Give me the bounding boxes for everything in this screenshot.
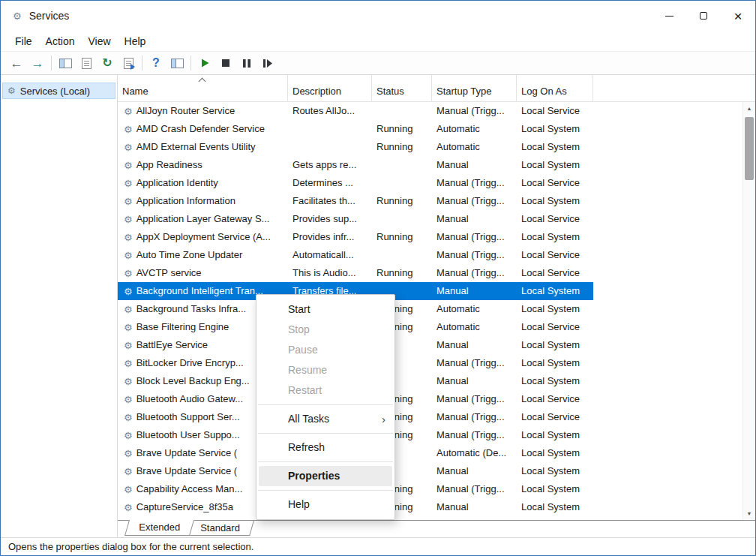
service-name: AMD Crash Defender Service: [136, 120, 265, 138]
column-header-description[interactable]: Description: [288, 75, 372, 101]
pause-service-button[interactable]: [237, 53, 256, 73]
table-row[interactable]: ⚙ Application Identity Determines ... Ma…: [118, 174, 755, 192]
service-log-on-as-cell: Local System: [517, 336, 593, 354]
maximize-button[interactable]: [686, 1, 721, 31]
service-status-cell: Running: [372, 120, 432, 138]
menu-item-start[interactable]: Start: [256, 299, 394, 320]
menu-item-help[interactable]: Help: [256, 494, 394, 515]
service-startup-type-cell: Manual (Trigg...: [432, 174, 517, 192]
service-gear-icon: ⚙: [124, 161, 133, 170]
service-gear-icon: ⚙: [124, 359, 133, 368]
table-row[interactable]: ⚙ CaptureService_8f35a Running Manual Lo…: [118, 498, 755, 516]
table-row[interactable]: ⚙ Base Filtering Engine Running Automati…: [118, 318, 755, 336]
table-row[interactable]: ⚙ BitLocker Drive Encryp... Manual (Trig…: [118, 354, 755, 372]
services-rows: ⚙ AllJoyn Router Service Routes AllJo...…: [118, 102, 755, 516]
column-header-startup-type[interactable]: Startup Type: [432, 75, 517, 101]
table-row[interactable]: ⚙ Application Layer Gateway S... Provide…: [118, 210, 755, 228]
table-row[interactable]: ⚙ Bluetooth User Suppo... Running Manual…: [118, 426, 755, 444]
service-log-on-as-cell: Local Service: [517, 210, 593, 228]
table-row[interactable]: ⚙ Capability Access Man... Running Manua…: [118, 480, 755, 498]
menu-file[interactable]: File: [8, 33, 39, 50]
service-startup-type-cell: Automatic (De...: [432, 444, 517, 462]
restart-service-button[interactable]: [258, 53, 278, 73]
service-status-cell: Running: [372, 228, 432, 246]
table-row[interactable]: ⚙ AMD Crash Defender Service Running Aut…: [118, 120, 755, 138]
table-row[interactable]: ⚙ AMD External Events Utility Running Au…: [118, 138, 755, 156]
service-startup-type-cell: Automatic: [432, 318, 517, 336]
show-action-pane-button[interactable]: [167, 53, 187, 73]
action-pane-icon: [171, 59, 184, 68]
table-row[interactable]: ⚙ AVCTP service This is Audio... Running…: [118, 264, 755, 282]
menu-separator: [258, 490, 393, 491]
menu-view[interactable]: View: [81, 33, 117, 50]
service-startup-type-cell: Automatic: [432, 138, 517, 156]
vertical-scrollbar[interactable]: ▲ ▼: [742, 102, 755, 520]
service-log-on-as-cell: Local Service: [517, 318, 593, 336]
properties-doc-icon: [82, 58, 92, 69]
service-description-cell: Determines ...: [288, 174, 372, 192]
menubar: File Action View Help: [1, 31, 755, 51]
table-row[interactable]: ⚙ Bluetooth Audio Gatew... Running Manua…: [118, 390, 755, 408]
scroll-down-button[interactable]: ▼: [743, 507, 755, 520]
scrollbar-thumb[interactable]: [745, 117, 754, 180]
services-node-icon: ⚙: [8, 86, 16, 95]
table-row[interactable]: ⚙ Brave Update Service ( Automatic (De..…: [118, 444, 755, 462]
menu-item-refresh[interactable]: Refresh: [256, 437, 394, 458]
minimize-button[interactable]: [652, 1, 686, 31]
menu-item-properties[interactable]: Properties: [259, 466, 392, 486]
tab-extended[interactable]: Extended: [124, 520, 194, 536]
service-log-on-as-cell: Local System: [517, 138, 593, 156]
service-startup-type-cell: Manual (Trigg...: [432, 246, 517, 264]
service-name-cell: ⚙ AMD Crash Defender Service: [118, 120, 288, 138]
scroll-up-button[interactable]: ▲: [743, 102, 755, 115]
service-name-cell: ⚙ AVCTP service: [118, 264, 288, 282]
service-name: Bluetooth Support Ser...: [136, 408, 240, 426]
table-row[interactable]: ⚙ Bluetooth Support Ser... Running Manua…: [118, 408, 755, 426]
toolbar-separator: [190, 56, 191, 71]
sidebar-item-label: Services (Local): [20, 86, 90, 97]
properties-toolbar-button[interactable]: [76, 53, 96, 73]
table-row[interactable]: ⚙ Background Intelligent Tran... Transfe…: [118, 282, 755, 300]
table-row[interactable]: ⚙ AppX Deployment Service (A... Provides…: [118, 228, 755, 246]
start-service-button[interactable]: [195, 53, 214, 73]
close-button[interactable]: ×: [721, 1, 755, 31]
service-startup-type-cell: Manual (Trigg...: [432, 390, 517, 408]
table-row[interactable]: ⚙ Application Information Facilitates th…: [118, 192, 755, 210]
services-app-icon: ⚙: [13, 11, 22, 21]
service-status-cell: [372, 156, 432, 174]
restart-icon: [263, 59, 272, 68]
refresh-toolbar-button[interactable]: ↻: [98, 53, 117, 73]
back-button[interactable]: ←: [7, 53, 26, 73]
table-row[interactable]: ⚙ AllJoyn Router Service Routes AllJo...…: [118, 102, 755, 120]
service-startup-type-cell: Manual (Trigg...: [432, 354, 517, 372]
service-name-cell: ⚙ Application Information: [118, 192, 288, 210]
table-row[interactable]: ⚙ Auto Time Zone Updater Automaticall...…: [118, 246, 755, 264]
show-console-tree-button[interactable]: [56, 53, 75, 73]
stop-service-button[interactable]: [216, 53, 236, 73]
column-header-status[interactable]: Status: [372, 75, 432, 101]
table-row[interactable]: ⚙ Background Tasks Infra... Running Auto…: [118, 300, 755, 318]
service-name-cell: ⚙ AppX Deployment Service (A...: [118, 228, 288, 246]
service-name: App Readiness: [136, 156, 202, 174]
service-gear-icon: ⚙: [124, 125, 133, 134]
services-listview: Name Description Status Startup Type Log…: [118, 75, 755, 520]
service-status-cell: [372, 246, 432, 264]
menu-help[interactable]: Help: [118, 33, 153, 50]
menu-action[interactable]: Action: [39, 33, 82, 50]
service-gear-icon: ⚙: [124, 485, 133, 494]
menu-item-all-tasks[interactable]: All Tasks ›: [256, 409, 394, 429]
service-description-cell: [288, 138, 372, 156]
table-row[interactable]: ⚙ Block Level Backup Eng... Manual Local…: [118, 372, 755, 390]
service-name: AVCTP service: [136, 264, 202, 282]
column-header-log-on-as[interactable]: Log On As: [517, 75, 593, 101]
export-list-button[interactable]: [118, 53, 138, 73]
help-toolbar-button[interactable]: ?: [146, 53, 166, 73]
table-row[interactable]: ⚙ BattlEye Service Manual Local System: [118, 336, 755, 354]
table-row[interactable]: ⚙ Brave Update Service ( Manual Local Sy…: [118, 462, 755, 480]
sidebar-item-services-local[interactable]: ⚙ Services (Local): [2, 83, 116, 99]
tab-standard[interactable]: Standard: [186, 521, 254, 536]
table-row[interactable]: ⚙ App Readiness Gets apps re... Manual L…: [118, 156, 755, 174]
service-status-cell: Running: [372, 192, 432, 210]
service-description-cell: Routes AllJo...: [288, 102, 372, 120]
forward-button[interactable]: →: [28, 53, 47, 73]
